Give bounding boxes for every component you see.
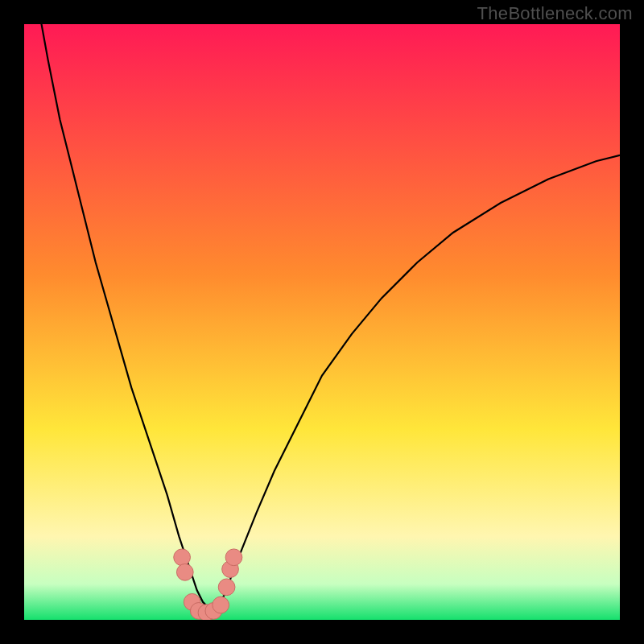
plot-svg [24, 24, 620, 620]
marker-point [174, 549, 191, 566]
chart-frame: TheBottleneck.com [0, 0, 644, 644]
watermark-text: TheBottleneck.com [477, 3, 633, 24]
marker-point [176, 564, 193, 580]
marker-point [218, 579, 235, 596]
plot-area [24, 24, 620, 620]
marker-point [225, 549, 242, 566]
marker-point [213, 597, 229, 613]
